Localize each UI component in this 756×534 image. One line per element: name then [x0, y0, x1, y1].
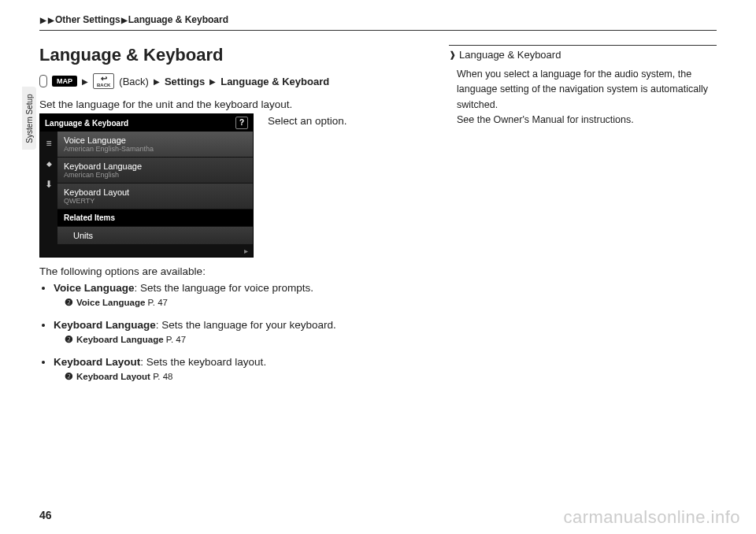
list-item: Voice Language American English-Samantha	[57, 132, 253, 158]
chevron-right-icon: ▶	[121, 16, 128, 24]
link-icon: ❷	[65, 297, 73, 308]
list-section-header: Related Items	[57, 210, 253, 227]
nav-step: Settings	[165, 76, 205, 87]
link-icon: ❷	[65, 371, 73, 382]
breadcrumb-item: Language & Keyboard	[128, 14, 228, 25]
chevron-right-icon: ▸	[244, 247, 248, 255]
section-tab: System Setup	[22, 87, 36, 150]
menu-icon: ≡	[46, 138, 51, 149]
back-button-icon: ↩BACK	[93, 73, 114, 89]
chevron-right-icon: ▶	[40, 16, 46, 24]
option-item: Voice Language: Sets the language for vo…	[54, 282, 430, 308]
list-item: Keyboard Layout QWERTY	[57, 184, 253, 210]
option-item: Keyboard Layout: Sets the keyboard layou…	[54, 356, 430, 382]
section-tab-label: System Setup	[25, 94, 34, 143]
intro-text: Set the language for the unit and the ke…	[39, 98, 430, 110]
back-label: (Back)	[119, 76, 149, 87]
link-icon: ❷	[65, 334, 73, 345]
cross-reference: ❷Voice Language P. 47	[65, 297, 430, 308]
page-number: 46	[39, 509, 52, 521]
cross-reference: ❷Keyboard Layout P. 48	[65, 371, 430, 382]
breadcrumb: ▶▶Other Settings▶Language & Keyboard	[39, 14, 717, 31]
watermark: carmanualsonline.info	[563, 507, 740, 528]
device-screenshot: Language & Keyboard ? ≡ ◆ ⬇ Voice Langua…	[39, 113, 254, 258]
chevron-right-icon: ▶	[82, 77, 88, 86]
chevron-right-icon: ▶	[154, 77, 160, 86]
breadcrumb-item: Other Settings	[55, 14, 120, 25]
voice-icon	[39, 75, 47, 87]
tip-box-title: ❱Language & Keyboard	[449, 45, 717, 61]
drag-handle-icon: ◆	[46, 160, 52, 168]
chevron-right-icon: ▶	[48, 16, 54, 24]
list-item: Keyboard Language American English	[57, 158, 253, 184]
nav-path: MAP ▶ ↩BACK (Back) ▶ Settings ▶ Language…	[39, 73, 430, 89]
tip-icon: ❱	[449, 50, 456, 60]
tip-box-body: When you select a language for the audio…	[449, 67, 717, 128]
map-button-icon: MAP	[52, 76, 77, 87]
options-heading: The following options are available:	[39, 265, 430, 277]
nav-step: Language & Keyboard	[220, 76, 329, 87]
down-arrow-icon: ⬇	[45, 179, 53, 190]
page-title: Language & Keyboard	[39, 45, 430, 65]
list-item: Units	[57, 227, 253, 245]
options-list: Voice Language: Sets the language for vo…	[54, 282, 430, 382]
screenshot-title: Language & Keyboard	[45, 119, 128, 128]
chevron-right-icon: ▶	[209, 77, 216, 86]
cross-reference: ❷Keyboard Language P. 47	[65, 334, 430, 345]
option-item: Keyboard Language: Sets the language for…	[54, 319, 430, 345]
instruction-text: Select an option.	[268, 115, 347, 127]
help-icon: ?	[235, 117, 248, 129]
